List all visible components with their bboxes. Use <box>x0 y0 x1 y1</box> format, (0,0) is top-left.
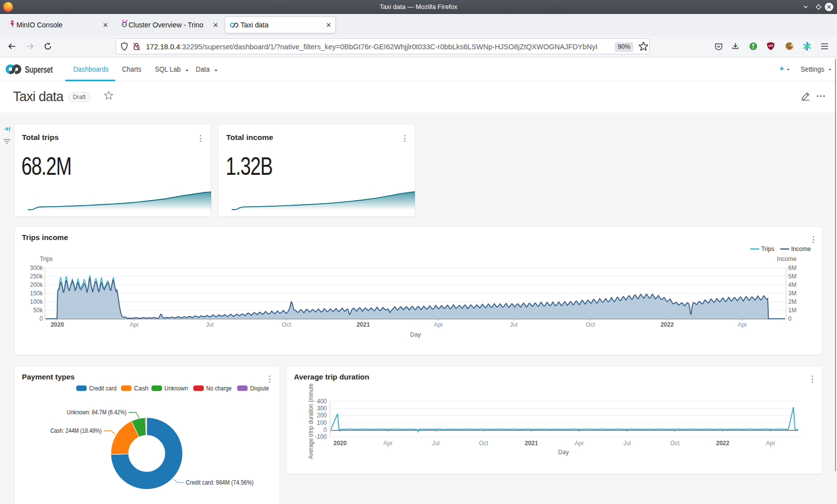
svg-text:Unknown: Unknown <box>164 384 188 392</box>
svg-text:200: 200 <box>317 412 327 419</box>
svg-text:Oct: Oct <box>670 440 680 447</box>
svg-text:0: 0 <box>323 426 327 433</box>
svg-text:400: 400 <box>317 398 327 405</box>
svg-text:2022: 2022 <box>661 321 674 328</box>
svg-text:50k: 50k <box>33 307 43 314</box>
svg-text:Credit card: 984M (74.56%): Credit card: 984M (74.56%) <box>186 479 254 486</box>
svg-text:Oct: Oct <box>479 440 488 447</box>
svg-text:Jul: Jul <box>432 440 439 447</box>
svg-text:4M: 4M <box>788 281 797 288</box>
svg-text:Apr: Apr <box>738 321 747 328</box>
svg-text:No charge: No charge <box>206 384 232 392</box>
svg-text:-100: -100 <box>315 433 327 440</box>
svg-text:0: 0 <box>39 315 43 322</box>
svg-text:1M: 1M <box>788 307 797 314</box>
svg-text:Apr: Apr <box>130 321 139 328</box>
svg-text:2M: 2M <box>788 298 797 305</box>
svg-text:0: 0 <box>788 315 792 322</box>
svg-text:Unknown: 84.7M (6.42%): Unknown: 84.7M (6.42%) <box>67 409 127 416</box>
svg-text:Cash: 244M (18.48%): Cash: 244M (18.48%) <box>50 427 102 434</box>
svg-text:Jul: Jul <box>206 321 213 328</box>
svg-text:6M: 6M <box>788 264 797 271</box>
svg-text:5M: 5M <box>788 273 797 280</box>
svg-text:Dispute: Dispute <box>250 384 269 392</box>
svg-text:Apr: Apr <box>574 440 584 447</box>
svg-text:Cash: Cash <box>134 384 148 392</box>
svg-text:Day: Day <box>558 449 568 456</box>
svg-text:Jul: Jul <box>510 321 517 328</box>
svg-text:200k: 200k <box>30 281 43 288</box>
svg-text:Trips: Trips <box>761 246 774 252</box>
svg-text:Average trinp duration (minute: Average trinp duration (minute <box>307 383 314 459</box>
svg-text:Day: Day <box>410 331 420 338</box>
svg-text:300: 300 <box>317 405 327 412</box>
svg-text:2020: 2020 <box>333 440 347 447</box>
svg-text:150k: 150k <box>30 290 43 297</box>
svg-text:Apr: Apr <box>766 440 775 447</box>
svg-text:Oct: Oct <box>586 321 595 328</box>
svg-text:Jul: Jul <box>623 440 631 447</box>
svg-text:Income: Income <box>791 246 811 252</box>
svg-text:uO: uO <box>768 44 773 47</box>
svg-text:Trips: Trips <box>40 255 53 262</box>
svg-text:2020: 2020 <box>51 321 64 328</box>
svg-text:Income: Income <box>777 255 797 262</box>
svg-text:300k: 300k <box>30 264 43 271</box>
svg-text:Apr: Apr <box>383 440 393 447</box>
svg-text:100: 100 <box>317 419 327 426</box>
svg-text:3M: 3M <box>788 290 797 297</box>
svg-text:100k: 100k <box>30 298 43 305</box>
svg-text:2021: 2021 <box>525 440 538 447</box>
svg-text:Credit card: Credit card <box>89 384 117 392</box>
svg-text:Oct: Oct <box>282 321 291 328</box>
svg-text:2021: 2021 <box>357 321 370 328</box>
svg-text:Apr: Apr <box>434 321 443 328</box>
svg-text:2022: 2022 <box>716 440 729 447</box>
svg-text:250k: 250k <box>30 273 43 280</box>
